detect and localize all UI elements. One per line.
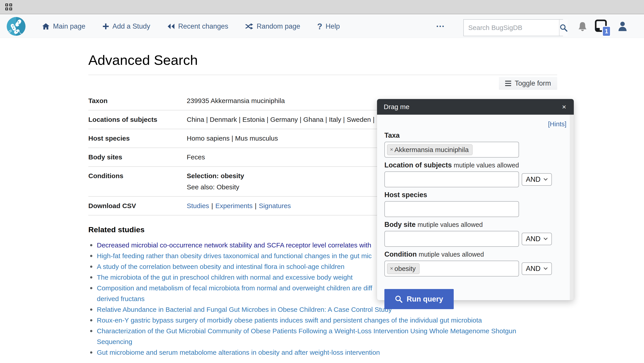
row-label: Download CSV (88, 202, 187, 210)
study-link[interactable]: High-fat feeding rather than obesity dri… (97, 252, 372, 260)
body-site-input[interactable] (384, 231, 519, 247)
system-top-bar (0, 0, 644, 14)
remove-tag-icon[interactable]: × (390, 265, 393, 272)
condition-label: Condition mutiple values allowed (384, 250, 566, 258)
more-menu-button[interactable]: ••• (436, 15, 445, 38)
pipe-separator: | (255, 202, 257, 209)
taxa-label: Taxa (384, 131, 566, 139)
home-icon (42, 23, 50, 30)
remove-tag-icon[interactable]: × (390, 146, 393, 153)
dialog-body: [Hints] Taxa × Akkermansia muciniphila L… (377, 115, 574, 300)
nav-menu: Main page Add a Study Recent changes (42, 15, 340, 38)
search-icon (560, 24, 568, 32)
row-label: Body sites (88, 153, 187, 161)
row-label: Host species (88, 134, 187, 142)
study-link[interactable]: Roux-en-Y gastric bypass surgery of morb… (97, 317, 482, 324)
search-submit-button[interactable] (559, 20, 568, 36)
study-link[interactable]: The microbiota of the gut in preschool c… (97, 274, 353, 281)
bacteria-logo-icon (7, 17, 26, 36)
nav-item-label: Add a Study (112, 22, 150, 30)
nav-bar: Main page Add a Study Recent changes (0, 15, 644, 38)
nav-item-recent-changes[interactable]: Recent changes (167, 22, 228, 30)
list-item: Characterization of the Gut Microbial Co… (88, 326, 557, 347)
nav-item-help[interactable]: ? Help (317, 22, 340, 31)
chevron-down-icon (544, 238, 548, 240)
toggle-form-button[interactable]: Toggle form (499, 77, 557, 90)
title-divider (88, 75, 557, 75)
plus-icon (102, 23, 109, 30)
bell-icon (578, 21, 587, 31)
pipe-separator: | (211, 202, 213, 209)
row-label: Conditions (88, 172, 187, 191)
chevron-down-icon (544, 178, 548, 181)
row-value: China | Denmark | Estonia | Germany | Gh… (187, 116, 374, 124)
study-link[interactable]: Characterization of the Gut Microbial Co… (97, 327, 557, 347)
nav-item-label: Recent changes (178, 22, 228, 30)
row-value: Selection: obesity See also: Obesity (187, 172, 244, 191)
condition-selection: Selection: obesity (187, 172, 244, 180)
messages-button[interactable]: 1 (595, 15, 607, 38)
location-input[interactable] (384, 171, 519, 187)
study-link[interactable]: Gut microbiome and serum metabolome alte… (97, 349, 380, 356)
study-link[interactable]: Decreased microbial co-occurrence networ… (97, 241, 371, 249)
row-label: Locations of subjects (88, 116, 187, 124)
list-item: Roux-en-Y gastric bypass surgery of morb… (88, 315, 557, 326)
nav-item-label: Main page (53, 22, 86, 30)
row-value: 239935 Akkermansia muciniphila (187, 97, 285, 105)
run-query-button[interactable]: Run query (384, 289, 454, 309)
dialog-scrollbar[interactable] (570, 115, 574, 300)
condition-input[interactable]: × obesity (384, 261, 519, 277)
toggle-form-label: Toggle form (515, 79, 551, 87)
search-input[interactable] (464, 20, 559, 36)
search-icon (395, 295, 402, 303)
location-operator-select[interactable]: AND (522, 173, 552, 186)
nav-item-main-page[interactable]: Main page (42, 22, 86, 30)
notification-count-badge: 1 (602, 26, 611, 37)
nav-item-random-page[interactable]: Random page (245, 22, 300, 30)
ellipsis-icon: ••• (436, 23, 445, 29)
download-signatures-link[interactable]: Signatures (259, 202, 291, 209)
notifications-bell-button[interactable] (578, 15, 587, 38)
dialog-drag-handle[interactable]: Drag me × (377, 99, 574, 115)
host-species-label: Host species (384, 191, 566, 199)
user-account-button[interactable] (618, 15, 628, 38)
location-label: Location of subjects mutiple values allo… (384, 161, 566, 169)
download-experiments-link[interactable]: Experiments (215, 202, 253, 209)
body-site-label: Body site mutiple values allowed (384, 221, 566, 229)
search-box (463, 19, 563, 36)
list-item: Gut microbiome and serum metabolome alte… (88, 347, 557, 358)
condition-see-also: See also: Obesity (187, 183, 244, 191)
nav-item-label: Random page (257, 22, 300, 30)
condition-tag-chip: × obesity (387, 263, 420, 274)
download-studies-link[interactable]: Studies (187, 202, 209, 209)
app-grid-icon[interactable] (5, 3, 12, 10)
study-link[interactable]: A study of the correlation between obesi… (97, 263, 344, 270)
host-species-input[interactable] (384, 201, 519, 217)
taxa-input[interactable]: × Akkermansia muciniphila (384, 142, 519, 158)
chevron-down-icon (544, 267, 548, 270)
row-value: Homo sapiens | Mus musculus (187, 134, 278, 142)
hints-link[interactable]: [Hints] (548, 120, 566, 128)
row-value: Studies|Experiments|Signatures (187, 202, 291, 210)
close-icon[interactable]: × (561, 103, 567, 110)
person-icon (618, 21, 628, 31)
condition-operator-select[interactable]: AND (522, 262, 552, 275)
list-item: Relative Abundance in Bacterial and Fung… (88, 304, 557, 315)
rewind-icon (167, 23, 175, 29)
nav-item-label: Help (326, 22, 340, 30)
shuffle-icon (245, 23, 253, 30)
body-site-operator-select[interactable]: AND (522, 233, 552, 245)
hamburger-icon (505, 81, 511, 86)
row-label: Taxon (88, 97, 187, 105)
taxa-tag-chip: × Akkermansia muciniphila (387, 144, 472, 155)
dialog-title: Drag me (384, 103, 410, 111)
nav-item-add-a-study[interactable]: Add a Study (102, 22, 150, 30)
row-value: Feces (187, 153, 205, 161)
advanced-search-dialog: Drag me × [Hints] Taxa × Akkermansia muc… (377, 99, 574, 300)
bugsigdb-logo[interactable] (7, 17, 26, 36)
study-link[interactable]: Relative Abundance in Bacterial and Fung… (97, 306, 392, 313)
question-icon: ? (317, 22, 322, 31)
page-title: Advanced Search (88, 52, 557, 68)
